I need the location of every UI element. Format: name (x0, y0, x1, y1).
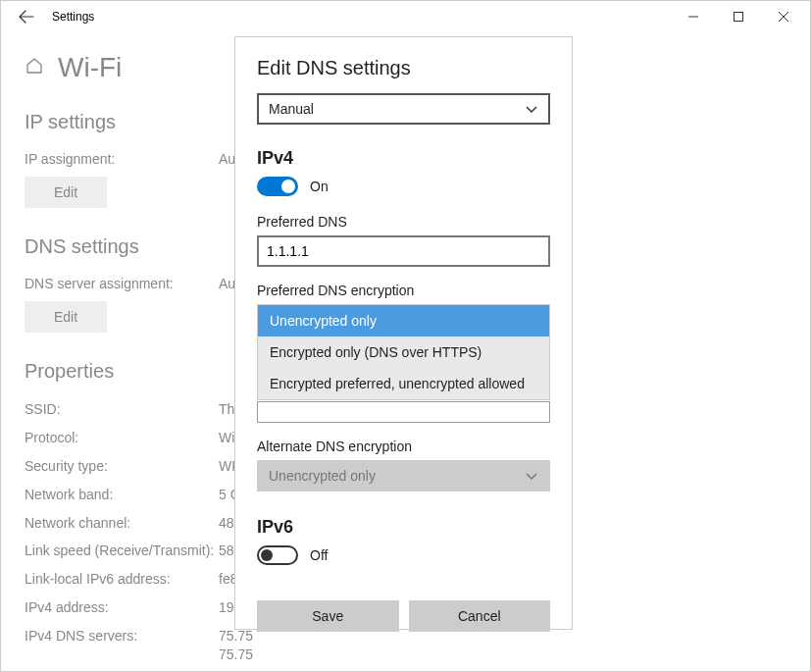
property-label: Network band: (25, 486, 219, 504)
property-label: IPv4 DNS servers: (25, 627, 219, 664)
encryption-option[interactable]: Encrypted preferred, unencrypted allowed (258, 368, 549, 399)
alternate-encryption-label: Alternate DNS encryption (257, 439, 550, 454)
property-label: SSID: (25, 400, 219, 419)
property-label: Link speed (Receive/Transmit): (25, 542, 219, 560)
svg-rect-1 (735, 13, 743, 22)
home-icon[interactable] (25, 56, 44, 79)
cancel-button[interactable]: Cancel (409, 600, 551, 632)
dns-mode-value: Manual (269, 101, 314, 117)
property-label: Protocol: (25, 429, 219, 447)
dns-assignment-label: DNS server assignment: (25, 276, 219, 291)
save-button[interactable]: Save (257, 600, 399, 632)
alternate-encryption-value: Unencrypted only (269, 468, 376, 484)
property-label: Security type: (25, 457, 219, 476)
ipv6-toggle[interactable] (257, 545, 298, 565)
ipv4-toggle-label: On (310, 179, 329, 194)
maximize-icon (734, 12, 743, 22)
chevron-down-icon (525, 102, 538, 116)
ipv6-heading: IPv6 (257, 517, 550, 538)
preferred-dns-input[interactable] (257, 235, 550, 267)
edit-dns-dialog: Edit DNS settings Manual IPv4 On Preferr… (234, 36, 573, 630)
arrow-left-icon (19, 9, 34, 25)
encryption-option[interactable]: Unencrypted only (258, 305, 549, 336)
preferred-encryption-label: Preferred DNS encryption (257, 283, 550, 298)
window-title: Settings (52, 10, 94, 24)
close-button[interactable] (761, 1, 806, 32)
encryption-option[interactable]: Encrypted only (DNS over HTTPS) (258, 336, 549, 368)
property-value: 75.75 75.75 (219, 627, 786, 664)
minimize-icon (688, 12, 698, 22)
dialog-title: Edit DNS settings (257, 57, 550, 79)
maximize-button[interactable] (716, 1, 761, 32)
ipv6-toggle-label: Off (310, 547, 328, 563)
property-row: IPv4 DNS servers:75.75 75.75 (25, 627, 786, 664)
chevron-down-icon (525, 469, 538, 483)
ipv4-toggle[interactable] (257, 177, 298, 196)
encryption-value-field[interactable] (257, 401, 550, 423)
property-label: Link-local IPv6 address: (25, 570, 219, 589)
property-label: Network channel: (25, 514, 219, 533)
ip-edit-button[interactable]: Edit (25, 177, 107, 208)
dns-mode-select[interactable]: Manual (257, 93, 550, 125)
back-button[interactable] (5, 1, 48, 32)
close-icon (779, 12, 788, 22)
dns-edit-button[interactable]: Edit (25, 301, 107, 333)
preferred-dns-label: Preferred DNS (257, 214, 550, 230)
ip-assignment-label: IP assignment: (25, 151, 219, 167)
preferred-encryption-dropdown[interactable]: Unencrypted only Encrypted only (DNS ove… (257, 304, 550, 423)
alternate-encryption-select: Unencrypted only (257, 460, 550, 491)
minimize-button[interactable] (671, 1, 716, 32)
ipv4-heading: IPv4 (257, 148, 550, 169)
property-label: IPv4 address: (25, 598, 219, 617)
page-title: Wi-Fi (58, 52, 122, 83)
